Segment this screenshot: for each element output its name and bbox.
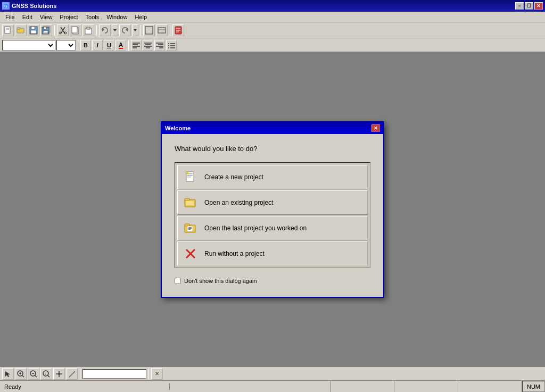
open-existing-project-label: Open an existing project [204, 199, 273, 206]
dialog-overlay: Welcome ✕ What would you like to do? [0, 52, 545, 366]
paste-button[interactable] [82, 24, 94, 36]
svg-rect-19 [72, 27, 77, 33]
svg-rect-2 [5, 27, 10, 34]
format-toolbar: B I U A [0, 38, 545, 52]
open-existing-project-button[interactable]: Open an existing project [177, 190, 368, 215]
rect2-button[interactable] [156, 24, 168, 36]
option-buttons-group: Create a new project Open an existing pr… [175, 162, 370, 268]
bottom-sep [80, 369, 80, 379]
svg-rect-63 [188, 228, 192, 229]
minimize-button[interactable]: − [515, 2, 524, 10]
bottom-toolbar: + ✕ [0, 366, 545, 380]
underline-button[interactable]: U [104, 40, 114, 51]
status-panel-2 [394, 381, 458, 392]
nav-close-button[interactable]: ✕ [151, 368, 163, 380]
status-text: Ready [0, 383, 170, 390]
copy-button[interactable] [70, 24, 81, 36]
svg-point-78 [58, 373, 60, 375]
menu-file[interactable]: File [2, 13, 18, 21]
dialog-title: Welcome [165, 125, 191, 131]
num-lock-indicator: NUM [522, 381, 545, 392]
fmt-separator-1 [78, 40, 78, 51]
svg-marker-22 [102, 28, 104, 31]
svg-rect-27 [158, 28, 166, 33]
bold-button[interactable]: B [80, 40, 91, 51]
svg-line-71 [22, 376, 24, 377]
menu-window[interactable]: Window [103, 13, 130, 21]
dont-show-row: Don't show this dialog again [175, 276, 370, 286]
dialog-question: What would you like to do? [175, 145, 370, 153]
pencil-button[interactable] [66, 368, 78, 380]
main-toolbar [0, 22, 545, 38]
save-all-button[interactable] [40, 24, 52, 36]
new-project-icon [183, 170, 198, 185]
run-without-project-button[interactable]: Run without a project [177, 241, 368, 265]
menu-tools[interactable]: Tools [82, 13, 103, 21]
svg-marker-24 [126, 28, 128, 31]
zoom-out-button[interactable] [28, 368, 39, 380]
zoom-in-button[interactable] [15, 368, 27, 380]
undo-button[interactable] [99, 24, 111, 36]
app-icon: G [2, 2, 10, 10]
save-button[interactable] [28, 24, 39, 36]
svg-rect-54 [187, 177, 191, 178]
dialog-close-button[interactable]: ✕ [371, 124, 380, 132]
svg-rect-11 [44, 27, 46, 29]
svg-rect-21 [87, 27, 90, 29]
status-panel-3 [458, 381, 522, 392]
no-project-icon [183, 246, 198, 261]
svg-line-77 [48, 376, 49, 377]
status-panel-1 [331, 381, 394, 392]
italic-button[interactable]: I [92, 40, 103, 51]
svg-text:G: G [4, 4, 7, 8]
align-left-button[interactable] [131, 40, 142, 51]
main-area: Welcome ✕ What would you like to do? [0, 52, 545, 366]
font-color-button[interactable]: A [115, 40, 126, 51]
menu-help[interactable]: Help [131, 13, 150, 21]
svg-rect-62 [188, 227, 192, 228]
close-button[interactable]: ✕ [534, 2, 543, 10]
restore-button[interactable]: ❐ [525, 2, 533, 10]
last-project-icon [183, 221, 198, 236]
svg-line-74 [35, 376, 37, 377]
list-button[interactable] [166, 40, 177, 51]
undo-dropdown-button[interactable] [112, 24, 118, 36]
redo-button[interactable] [119, 24, 131, 36]
spellcheck-button[interactable] [172, 24, 184, 36]
separator-3 [141, 25, 141, 36]
menu-project[interactable]: Project [56, 13, 81, 21]
menu-view[interactable]: View [37, 13, 56, 21]
svg-marker-25 [134, 29, 137, 31]
svg-rect-58 [186, 201, 194, 206]
nav-input[interactable] [82, 369, 146, 379]
open-last-project-button[interactable]: Open the last project you worked on [177, 216, 368, 240]
align-center-button[interactable] [143, 40, 153, 51]
new-button[interactable] [2, 24, 14, 36]
create-new-project-label: Create a new project [204, 173, 263, 181]
menu-edit[interactable]: Edit [19, 13, 36, 21]
svg-marker-67 [5, 371, 10, 377]
size-selector[interactable] [56, 40, 76, 51]
cut-button[interactable] [57, 24, 69, 36]
open-button[interactable] [15, 24, 27, 36]
svg-rect-12 [43, 31, 48, 34]
separator-4 [170, 25, 170, 36]
align-right-button[interactable] [154, 40, 165, 51]
rect1-button[interactable] [143, 24, 155, 36]
arrow-tool-button[interactable] [2, 368, 14, 380]
svg-rect-8 [31, 27, 35, 29]
svg-rect-26 [145, 27, 153, 34]
dont-show-checkbox[interactable] [175, 278, 181, 284]
svg-point-47 [168, 47, 169, 48]
window-controls: − ❐ ✕ [515, 2, 543, 10]
zoom-fit-button[interactable]: + [40, 368, 52, 380]
status-bar: Ready NUM [0, 380, 545, 392]
dont-show-label[interactable]: Don't show this dialog again [184, 278, 257, 284]
redo-dropdown-button[interactable] [132, 24, 138, 36]
font-selector[interactable] [2, 40, 55, 51]
welcome-dialog: Welcome ✕ What would you like to do? [161, 121, 384, 298]
svg-marker-23 [113, 29, 117, 31]
create-new-project-button[interactable]: Create a new project [177, 165, 368, 189]
separator-2 [96, 25, 97, 36]
pan-button[interactable] [53, 368, 65, 380]
